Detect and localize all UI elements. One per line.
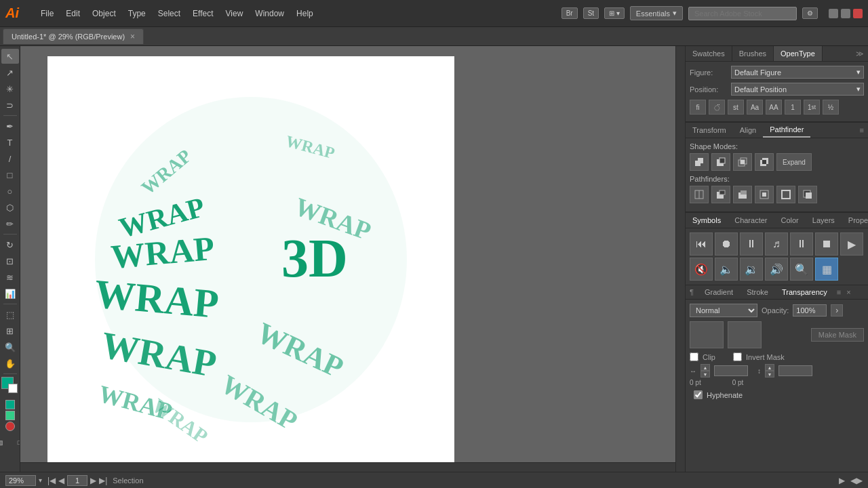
ot-icon-num[interactable]: 1: [785, 100, 801, 115]
symbol-music[interactable]: ♬: [765, 232, 788, 256]
lasso-tool[interactable]: ⊃: [1, 98, 19, 113]
ot-icon-fi[interactable]: fi: [690, 100, 706, 115]
symbol-rewind[interactable]: ⏮: [690, 232, 713, 256]
artboard-num-input[interactable]: [67, 475, 87, 486]
pathfinder-tab[interactable]: Pathfinder: [763, 123, 810, 138]
bridge-button[interactable]: Br: [561, 7, 578, 19]
brushes-tab[interactable]: Brushes: [732, 46, 774, 61]
pen-tool[interactable]: ✒: [1, 119, 19, 134]
symbol-vol-low[interactable]: 🔈: [715, 258, 738, 281]
top-panel-collapse[interactable]: ≫: [852, 47, 868, 61]
ellipse-tool[interactable]: ○: [1, 184, 19, 199]
figure-select[interactable]: Default Figure ▾: [731, 66, 864, 79]
symbol-record[interactable]: ⏺: [715, 232, 738, 256]
artboard-tool[interactable]: ⬚: [1, 307, 19, 322]
hand-tool[interactable]: ✋: [1, 356, 19, 371]
minus-front-btn[interactable]: [711, 153, 730, 171]
offset-input-1[interactable]: [714, 365, 748, 376]
screen-mode-btn[interactable]: □: [11, 435, 21, 450]
menu-edit[interactable]: Edit: [60, 6, 85, 21]
stock-search-input[interactable]: [688, 7, 797, 20]
opentype-tab[interactable]: OpenType: [774, 46, 823, 61]
zoom-tool[interactable]: 🔍: [1, 340, 19, 354]
exclude-btn[interactable]: [755, 153, 774, 171]
symbol-pause2[interactable]: ⏸: [790, 232, 813, 256]
document-tab[interactable]: Untitled-1* @ 29% (RGB/Preview) ×: [3, 28, 144, 44]
minimize-button[interactable]: [829, 9, 838, 18]
first-artboard-btn[interactable]: |◀: [47, 476, 56, 485]
symbol-mute[interactable]: 🔇: [690, 258, 713, 281]
next-artboard-btn[interactable]: ▶: [90, 476, 96, 485]
hyphenate-checkbox[interactable]: [694, 390, 703, 399]
close-button[interactable]: [853, 9, 863, 18]
layers-tab[interactable]: Layers: [806, 213, 842, 228]
arrange-button[interactable]: ⊞ ▾: [604, 7, 625, 19]
vertical-scrollbar[interactable]: [675, 46, 685, 472]
symbol-search[interactable]: 🔍: [790, 258, 813, 281]
paint-tool[interactable]: ⬡: [1, 200, 19, 215]
background-swatch[interactable]: [8, 384, 18, 393]
swatches-tab[interactable]: Swatches: [686, 46, 732, 61]
properties-tab[interactable]: Properties: [842, 213, 868, 228]
minus-back-btn[interactable]: [798, 186, 817, 203]
menu-file[interactable]: File: [35, 6, 59, 21]
type-tool[interactable]: T: [1, 135, 19, 150]
offset-input-2[interactable]: [778, 365, 812, 376]
align-tab[interactable]: Align: [733, 123, 763, 137]
horizontal-scrollbar[interactable]: [20, 462, 675, 472]
bottom-panel-close[interactable]: ×: [844, 285, 853, 299]
zoom-input[interactable]: [5, 475, 36, 486]
transform-tab[interactable]: Transform: [686, 123, 733, 137]
document-tab-close[interactable]: ×: [130, 32, 135, 41]
ot-icon-caps[interactable]: AA: [766, 100, 782, 115]
selection-tool[interactable]: ↖: [1, 49, 19, 64]
last-artboard-btn[interactable]: ▶|: [99, 476, 107, 485]
ot-icon-ordinal[interactable]: 1st: [804, 100, 820, 115]
stroke-tab[interactable]: Stroke: [740, 285, 775, 299]
offset-up-1[interactable]: ▲: [701, 364, 710, 371]
menu-effect[interactable]: Effect: [187, 6, 218, 21]
menu-object[interactable]: Object: [87, 6, 121, 21]
unite-btn[interactable]: [690, 153, 709, 171]
app-icon-button[interactable]: ⚙: [802, 7, 818, 19]
pencil-tool[interactable]: ✏: [1, 216, 19, 231]
middle-panel-collapse[interactable]: ≡: [856, 123, 868, 137]
symbol-vol-high[interactable]: 🔊: [765, 258, 788, 281]
color-swatches[interactable]: [1, 377, 19, 396]
ot-icon-diacritic[interactable]: ◌̈: [709, 100, 725, 115]
paragraph-icon[interactable]: ¶: [686, 285, 698, 299]
essentials-button[interactable]: Essentials ▾: [630, 6, 683, 20]
symbol-play[interactable]: ▶: [840, 232, 863, 256]
outline-btn[interactable]: [776, 186, 795, 203]
ot-icon-aa[interactable]: Aa: [747, 100, 763, 115]
make-mask-button[interactable]: Make Mask: [811, 328, 864, 342]
scale-tool[interactable]: ⊡: [1, 253, 19, 268]
symbol-stop[interactable]: ⏹: [815, 232, 838, 256]
offset-up-2[interactable]: ▲: [765, 364, 774, 371]
merge-btn[interactable]: [733, 186, 752, 203]
trim-btn[interactable]: [711, 186, 730, 203]
warp-tool[interactable]: ≋: [1, 270, 19, 285]
gradient-tab[interactable]: Gradient: [698, 285, 740, 299]
intersect-btn[interactable]: [733, 153, 752, 171]
menu-window[interactable]: Window: [250, 6, 290, 21]
character-tab[interactable]: Character: [728, 213, 774, 228]
rect-tool[interactable]: □: [1, 167, 19, 182]
position-select[interactable]: Default Position ▾: [731, 83, 864, 96]
rotate-tool[interactable]: ↻: [1, 237, 19, 252]
opacity-expand[interactable]: ›: [831, 304, 843, 317]
color-tab[interactable]: Color: [774, 213, 805, 228]
stroke-color[interactable]: [5, 411, 15, 420]
direct-selection-tool[interactable]: ↗: [1, 65, 19, 80]
menu-view[interactable]: View: [220, 6, 249, 21]
blend-mode-select[interactable]: Normal Multiply Screen Overlay: [690, 304, 757, 317]
fill-color[interactable]: [5, 400, 15, 409]
clip-checkbox[interactable]: [690, 352, 698, 361]
symbol-grid[interactable]: ▦: [815, 258, 838, 281]
menu-help[interactable]: Help: [291, 6, 319, 21]
crop-btn[interactable]: [755, 186, 774, 203]
zoom-dropdown[interactable]: ▾: [39, 476, 42, 484]
line-tool[interactable]: /: [1, 151, 19, 166]
canvas-area[interactable]: WRAP WRAP WRAP WRAP WRAP 3D WRAP WRAP WR…: [20, 46, 685, 472]
status-nav-btn[interactable]: ◀▶: [850, 476, 863, 485]
